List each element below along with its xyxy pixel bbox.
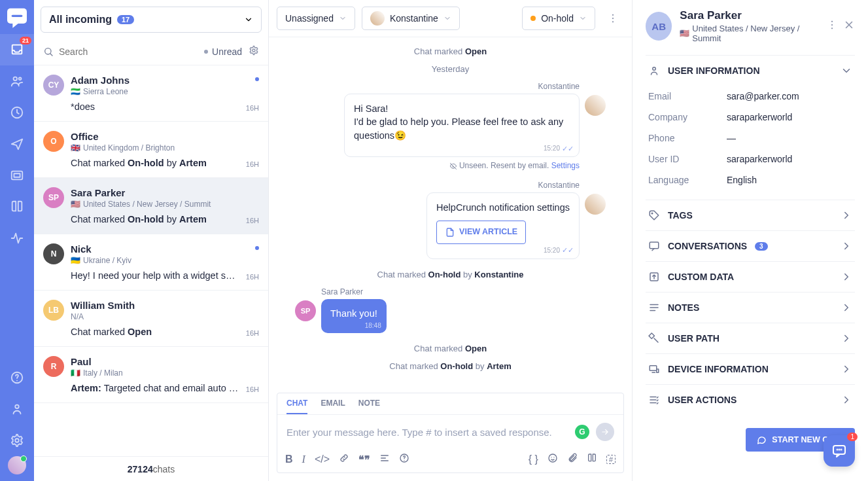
- conversation-preview: Artem: Targeted chat and email auto …: [71, 383, 239, 393]
- section-tags[interactable]: TAGS: [646, 200, 855, 230]
- svg-point-16: [831, 21, 833, 22]
- section-user-information[interactable]: USER INFORMATION: [646, 56, 855, 86]
- nav-popup[interactable]: [0, 160, 34, 191]
- conversation-item[interactable]: OOffice🇬🇧United Kingdom / BrightonChat m…: [34, 122, 268, 178]
- conversation-sub: 🇬🇧United Kingdom / Brighton: [71, 143, 239, 152]
- avatar-icon: LB: [43, 300, 64, 321]
- message-sender: Konstantine: [426, 181, 580, 190]
- chat-more-button[interactable]: [602, 7, 624, 29]
- assignee-dropdown[interactable]: Unassigned: [277, 7, 355, 30]
- section-custom-data[interactable]: CUSTOM DATA: [646, 262, 855, 292]
- conversation-list: CYAdam Johns🇸🇱Sierra Leone*does16HOOffic…: [34, 65, 268, 456]
- system-line: Chat marked On-hold by Konstantine: [295, 270, 606, 279]
- nav-send[interactable]: [0, 128, 34, 160]
- filter-dropdown[interactable]: All incoming 17: [41, 7, 262, 33]
- widget-fab[interactable]: 1: [824, 435, 855, 467]
- search-input[interactable]: [59, 46, 198, 57]
- variables-button[interactable]: { }: [529, 454, 538, 465]
- code-button[interactable]: </>: [315, 454, 330, 465]
- section-user-path[interactable]: USER PATH: [646, 323, 855, 353]
- nav-activity[interactable]: [0, 223, 34, 254]
- composer: CHAT EMAIL NOTE Enter your message here.…: [277, 393, 624, 473]
- conversation-preview: Hey! I need your help with a widget set …: [71, 270, 239, 281]
- more-vertical-icon: [826, 19, 838, 31]
- conversation-item[interactable]: LBWilliam SmithN/AChat marked Open16H: [34, 291, 268, 347]
- tab-chat[interactable]: CHAT: [286, 399, 307, 414]
- emoji-button[interactable]: [547, 453, 558, 466]
- agent-dropdown[interactable]: Konstantine: [362, 7, 460, 30]
- conversation-count: 27124 chats: [34, 456, 268, 481]
- tab-note[interactable]: NOTE: [358, 399, 380, 414]
- system-line: Chat marked Open: [295, 46, 606, 56]
- conversation-time: 16H: [246, 104, 259, 112]
- conversation-time: 16H: [246, 329, 259, 337]
- chevron-right-icon: [841, 271, 852, 283]
- me-avatar[interactable]: [8, 456, 26, 474]
- unread-filter[interactable]: Unread: [204, 46, 242, 57]
- filter-badge: 17: [117, 15, 134, 24]
- send-button[interactable]: [596, 423, 614, 441]
- help-button[interactable]: [399, 453, 409, 466]
- svg-point-13: [612, 21, 614, 22]
- link-button[interactable]: [339, 453, 349, 466]
- attachment-button[interactable]: [567, 453, 578, 466]
- conversation-time: 16H: [246, 217, 259, 224]
- nav-contacts[interactable]: [0, 65, 34, 97]
- list-settings-button[interactable]: [249, 45, 259, 58]
- panel-more-button[interactable]: [826, 19, 838, 33]
- kb-button[interactable]: [587, 453, 597, 466]
- user-location: 🇺🇸United States / New Jersey / Summit: [680, 24, 818, 43]
- quote-button[interactable]: ❝❞: [358, 454, 370, 466]
- app-logo-icon: [4, 4, 30, 30]
- message-row: Konstantine HelpCrunch notification sett…: [295, 181, 606, 259]
- grammarly-icon[interactable]: G: [575, 425, 589, 439]
- nav-team[interactable]: [0, 393, 34, 425]
- conversation-name: Sara Parker: [71, 187, 239, 198]
- align-button[interactable]: [379, 453, 390, 466]
- svg-point-20: [651, 213, 653, 214]
- conversation-item[interactable]: NNick🇺🇦Ukraine / KyivHey! I need your he…: [34, 234, 268, 291]
- unread-dot-icon: [255, 77, 259, 81]
- system-line: Chat marked Open: [295, 344, 606, 353]
- italic-button[interactable]: I: [302, 454, 305, 465]
- section-device[interactable]: DEVICE INFORMATION: [646, 354, 855, 384]
- dot-icon: [204, 50, 208, 54]
- svg-point-19: [653, 67, 656, 71]
- conversation-item[interactable]: SPSara Parker🇺🇸United States / New Jerse…: [34, 178, 268, 234]
- section-conversations[interactable]: CONVERSATIONS3: [646, 231, 855, 261]
- section-notes[interactable]: NOTES: [646, 293, 855, 323]
- settings-link[interactable]: Settings: [551, 161, 580, 170]
- conversation-preview: Chat marked Open: [71, 327, 239, 337]
- view-article-button[interactable]: VIEW ARTICLE: [436, 221, 526, 244]
- composer-toolbar: B I </> ❝❞ { } #: [277, 449, 623, 472]
- svg-rect-5: [14, 173, 20, 177]
- conversation-item[interactable]: RPaul🇮🇹Italy / MilanArtem: Targeted chat…: [34, 347, 268, 403]
- nav-settings[interactable]: [0, 425, 34, 456]
- conversation-name: Adam Johns: [71, 75, 239, 86]
- nav-inbox[interactable]: 21: [0, 34, 34, 65]
- conversation-sub: N/A: [71, 312, 239, 321]
- nav-history[interactable]: [0, 97, 34, 128]
- chevron-down-icon: [443, 14, 451, 22]
- conversation-panel: All incoming 17 Unread CYAdam Johns🇸🇱Sie…: [34, 0, 269, 481]
- user-header: AB Sara Parker 🇺🇸United States / New Jer…: [646, 9, 855, 43]
- conversation-item[interactable]: CYAdam Johns🇸🇱Sierra Leone*does16H: [34, 65, 268, 122]
- conversation-time: 16H: [246, 273, 259, 281]
- notes-icon: [648, 302, 660, 313]
- status-dropdown[interactable]: On-hold: [522, 7, 595, 30]
- path-icon: [648, 332, 660, 344]
- bold-button[interactable]: B: [285, 454, 293, 465]
- nav-knowledge[interactable]: [0, 191, 34, 223]
- nav-help[interactable]: [0, 362, 34, 393]
- message-row: Konstantine Hi Sara! I'd be glad to help…: [295, 82, 606, 170]
- saved-button[interactable]: #: [606, 455, 616, 464]
- close-panel-button[interactable]: [843, 19, 855, 33]
- chat-icon: [648, 240, 660, 252]
- composer-input[interactable]: Enter your message here. Type # to inser…: [286, 427, 575, 438]
- left-rail: 21: [0, 0, 34, 481]
- conversation-preview: Chat marked On-hold by Artem: [71, 214, 239, 224]
- section-user-actions[interactable]: USER ACTIONS: [646, 385, 855, 415]
- tab-email[interactable]: EMAIL: [321, 399, 345, 414]
- conversation-name: William Smith: [71, 300, 239, 311]
- chevron-right-icon: [841, 240, 852, 252]
